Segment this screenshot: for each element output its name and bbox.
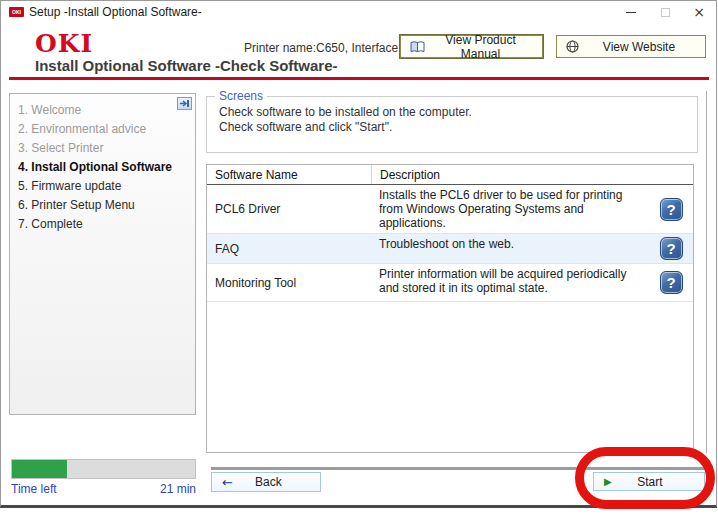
sidebar-step-install-optional-software: 4. Install Optional Software [18, 158, 195, 177]
oki-app-icon: OKI [9, 7, 24, 17]
start-button-label: Start [612, 475, 688, 489]
table-row-faq[interactable]: FAQ Troubleshoot on the web. ? [207, 234, 693, 264]
minimize-icon [626, 12, 636, 13]
maximize-button[interactable] [648, 1, 682, 23]
page-title: Install Optional Software -Check Softwar… [35, 57, 338, 74]
help-button-pcl6-driver[interactable]: ? [660, 198, 683, 221]
footer-divider [211, 467, 707, 470]
window-title: Setup -Install Optional Software- [29, 5, 202, 19]
close-button[interactable]: × [682, 1, 716, 23]
wizard-steps-sidebar: 1. Welcome 2. Environmental advice 3. Se… [9, 93, 196, 415]
content-right-divider [706, 91, 707, 453]
table-row-pcl6-driver[interactable]: PCL6 Driver Installs the PCL6 driver to … [207, 185, 693, 234]
view-website-button[interactable]: View Website [556, 35, 706, 58]
globe-icon [566, 40, 579, 53]
maximize-icon [661, 8, 670, 17]
oki-logo: OKI [35, 29, 93, 58]
close-icon: × [693, 5, 705, 19]
minimize-button[interactable] [614, 1, 648, 23]
table-row-monitoring-tool[interactable]: Monitoring Tool Printer information will… [207, 264, 693, 302]
software-name: Monitoring Tool [207, 264, 371, 301]
book-icon [410, 41, 425, 53]
sidebar-step-firmware-update: 5. Firmware update [18, 177, 195, 196]
wizard-steps-list: 1. Welcome 2. Environmental advice 3. Se… [10, 94, 195, 234]
collapse-arrow-icon [179, 99, 190, 108]
instruction-line-1: Check software to be installed on the co… [219, 105, 697, 120]
software-description: Printer information will be acquired per… [371, 264, 649, 301]
software-table-header: Software Name Description [207, 165, 693, 185]
column-header-help [649, 165, 693, 184]
titlebar: OKI Setup -Install Optional Software- × [1, 1, 716, 23]
install-progress-bar [11, 459, 196, 479]
column-header-description: Description [371, 165, 649, 184]
instruction-line-2: Check software and click "Start". [219, 120, 697, 135]
sidebar-step-select-printer: 3. Select Printer [18, 139, 195, 158]
software-description: Installs the PCL6 driver to be used for … [371, 185, 649, 233]
help-button-faq[interactable]: ? [660, 237, 683, 260]
start-play-icon: ▶ [604, 476, 612, 487]
back-button[interactable]: ← Back [211, 472, 321, 492]
view-product-manual-label: View Product Manual [433, 33, 528, 61]
software-description: Troubleshoot on the web. [371, 234, 649, 263]
header-accent-rule [9, 77, 709, 80]
time-left-value: 21 min [11, 482, 196, 496]
sidebar-step-complete: 7. Complete [18, 215, 195, 234]
setup-wizard-window: OKI Setup -Install Optional Software- × … [0, 0, 717, 508]
start-button[interactable]: ▶ Start [593, 472, 705, 491]
window-controls: × [614, 1, 716, 23]
software-name: FAQ [207, 234, 371, 263]
view-product-manual-button[interactable]: View Product Manual [400, 35, 543, 58]
help-button-monitoring-tool[interactable]: ? [660, 271, 683, 294]
screens-groupbox-title: Screens [215, 89, 267, 103]
software-table: Software Name Description PCL6 Driver In… [206, 164, 694, 453]
back-arrow-icon: ← [222, 475, 233, 490]
column-header-software-name: Software Name [207, 165, 371, 184]
back-button-label: Back [233, 475, 304, 489]
sidebar-step-welcome: 1. Welcome [18, 101, 195, 120]
progress-fill [12, 460, 67, 478]
sidebar-collapse-button[interactable] [177, 97, 192, 110]
view-website-label: View Website [587, 40, 691, 54]
sidebar-step-printer-setup-menu: 6. Printer Setup Menu [18, 196, 195, 215]
software-name: PCL6 Driver [207, 185, 371, 233]
screens-groupbox: Screens Check software to be installed o… [206, 96, 698, 153]
sidebar-step-environmental-advice: 2. Environmental advice [18, 120, 195, 139]
